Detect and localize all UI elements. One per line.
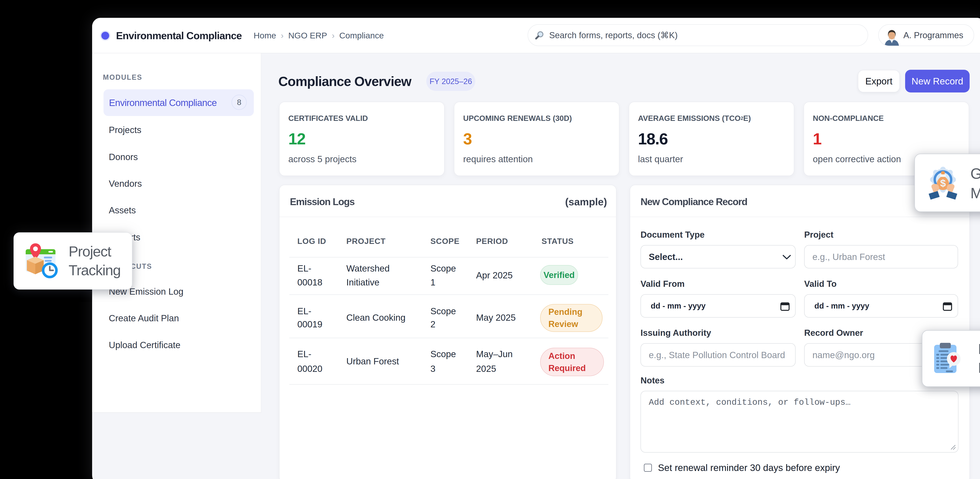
svg-text:$: $ (940, 178, 946, 189)
